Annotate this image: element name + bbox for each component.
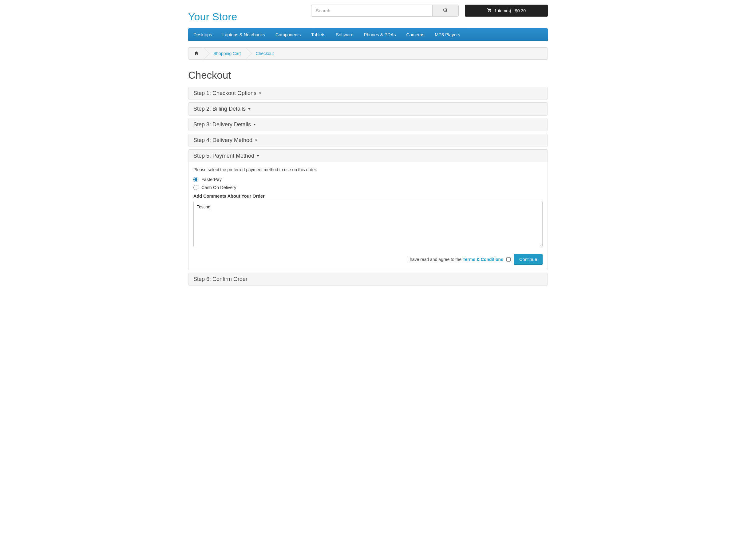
- agree-text: I have read and agree to the Terms & Con…: [407, 257, 503, 262]
- radio-fasterpay[interactable]: [193, 177, 198, 182]
- nav-item-components[interactable]: Components: [270, 28, 306, 41]
- comments-textarea[interactable]: [193, 201, 543, 247]
- main-nav: Desktops Laptops & Notebooks Components …: [188, 28, 548, 41]
- step-1-header[interactable]: Step 1: Checkout Options: [188, 87, 548, 100]
- caret-down-icon: [253, 124, 256, 125]
- payment-option-cod[interactable]: Cash On Delivery: [193, 185, 543, 190]
- agree-checkbox[interactable]: [506, 257, 511, 262]
- payment-option-label: FasterPay: [201, 177, 222, 182]
- search-icon: [443, 8, 448, 14]
- nav-item-mp3[interactable]: MP3 Players: [429, 28, 465, 41]
- nav-item-software[interactable]: Software: [330, 28, 358, 41]
- search-button[interactable]: [432, 5, 459, 17]
- step-2-header[interactable]: Step 2: Billing Details: [188, 103, 548, 115]
- caret-down-icon: [259, 93, 261, 94]
- step-3-title: Step 3: Delivery Details: [193, 121, 251, 128]
- agree-prefix: I have read and agree to the: [407, 257, 463, 262]
- nav-item-desktops[interactable]: Desktops: [188, 28, 217, 41]
- payment-instruction: Please select the preferred payment meth…: [193, 167, 543, 172]
- nav-item-cameras[interactable]: Cameras: [401, 28, 430, 41]
- breadcrumb: Shopping Cart Checkout: [188, 47, 548, 60]
- cart-label: 1 item(s) - $0.30: [494, 8, 526, 13]
- page-title: Checkout: [188, 69, 548, 81]
- caret-down-icon: [257, 155, 259, 157]
- nav-item-phones[interactable]: Phones & PDAs: [359, 28, 401, 41]
- comments-label: Add Comments About Your Order: [193, 194, 543, 199]
- step-6-header[interactable]: Step 6: Confirm Order: [188, 273, 548, 286]
- payment-option-label: Cash On Delivery: [201, 185, 236, 190]
- search-input[interactable]: [311, 5, 432, 17]
- continue-button[interactable]: Continue: [514, 254, 543, 265]
- search-form: [311, 5, 459, 17]
- terms-link[interactable]: Terms & Conditions: [463, 257, 503, 262]
- nav-item-laptops[interactable]: Laptops & Notebooks: [217, 28, 270, 41]
- step-5-header[interactable]: Step 5: Payment Method: [188, 150, 548, 162]
- step-3-header[interactable]: Step 3: Delivery Details: [188, 118, 548, 131]
- cart-icon: [487, 8, 492, 14]
- step-1-title: Step 1: Checkout Options: [193, 90, 256, 97]
- step-5-title: Step 5: Payment Method: [193, 153, 254, 159]
- cart-button[interactable]: 1 item(s) - $0.30: [465, 5, 548, 17]
- step-4-header[interactable]: Step 4: Delivery Method: [188, 134, 548, 147]
- nav-item-tablets[interactable]: Tablets: [306, 28, 330, 41]
- payment-option-fasterpay[interactable]: FasterPay: [193, 177, 543, 182]
- caret-down-icon: [255, 140, 257, 141]
- step-4-title: Step 4: Delivery Method: [193, 137, 252, 144]
- home-icon: [194, 51, 199, 55]
- breadcrumb-checkout[interactable]: Checkout: [256, 51, 274, 56]
- step-2-title: Step 2: Billing Details: [193, 106, 246, 112]
- breadcrumb-cart[interactable]: Shopping Cart: [213, 51, 241, 56]
- store-logo[interactable]: Your Store: [188, 5, 237, 23]
- breadcrumb-home[interactable]: [194, 51, 199, 55]
- step-6-title: Step 6: Confirm Order: [193, 276, 247, 282]
- radio-cod[interactable]: [193, 185, 198, 190]
- caret-down-icon: [248, 108, 251, 110]
